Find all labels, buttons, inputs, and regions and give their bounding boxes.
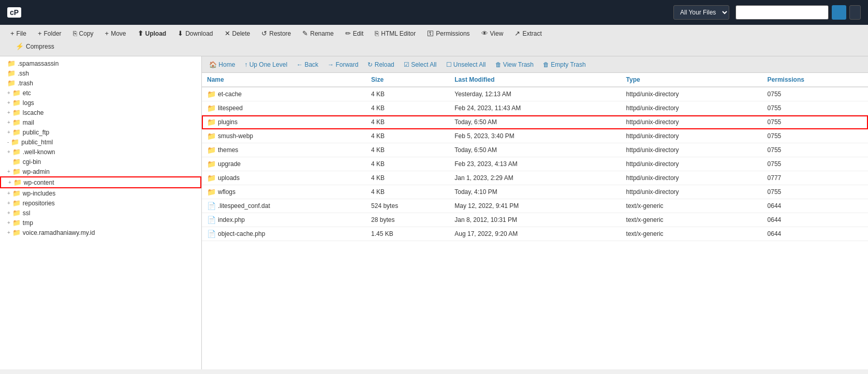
file-name: smush-webp	[218, 132, 253, 140]
sidebar-item-label: .ssh	[18, 70, 29, 77]
sidebar-item-wp-admin[interactable]: + 📁 wp-admin	[0, 167, 201, 176]
download-btn[interactable]: ⬇ Download	[172, 27, 218, 40]
col-permissions[interactable]: Permissions	[762, 73, 868, 87]
table-row[interactable]: 📁 themes 4 KB Today, 6:50 AM httpd/unix-…	[202, 143, 868, 157]
folder-icon: 📁	[207, 118, 216, 126]
file-modified: Jan 1, 2023, 2:29 AM	[449, 171, 621, 185]
sidebar-item-voice[interactable]: + 📁 voice.ramadhaniawy.my.id	[0, 228, 201, 237]
table-row[interactable]: 📄 index.php 28 bytes Jan 8, 2012, 10:31 …	[202, 213, 868, 227]
sidebar-item-tmp[interactable]: + 📁 tmp	[0, 218, 201, 228]
permissions-btn[interactable]: ⚿ Permissions	[422, 27, 475, 40]
sidebar-item-lscache[interactable]: + 📁 lscache	[0, 108, 201, 117]
folder-icon: 📁	[7, 69, 16, 77]
sidebar-item-wp-content[interactable]: + 📁 wp-content	[0, 176, 201, 188]
file-name-cell: 📁 et-cache	[202, 87, 366, 101]
file-permissions: 0644	[762, 199, 868, 213]
sidebar: 📁 .spamassassin 📁 .ssh 📁 .trash + 📁 etc …	[0, 56, 202, 369]
sidebar-item-label: ssl	[23, 210, 31, 217]
table-row[interactable]: 📄 object-cache.php 1.45 KB Aug 17, 2022,…	[202, 227, 868, 241]
col-type[interactable]: Type	[621, 73, 762, 87]
up-one-level-btn[interactable]: ↑ Up One Level	[240, 59, 291, 70]
sidebar-item-spamassassin[interactable]: 📁 .spamassassin	[0, 58, 201, 68]
restore-btn[interactable]: ↺ Restore	[256, 27, 296, 40]
sidebar-item-label: wp-content	[24, 179, 54, 186]
file-size: 4 KB	[366, 129, 449, 143]
table-row[interactable]: 📁 uploads 4 KB Jan 1, 2023, 2:29 AM http…	[202, 171, 868, 185]
view-trash-btn[interactable]: 🗑 View Trash	[491, 59, 538, 70]
unselect-all-btn[interactable]: ☐ Unselect All	[442, 59, 490, 70]
table-row[interactable]: 📁 upgrade 4 KB Feb 23, 2023, 4:13 AM htt…	[202, 157, 868, 171]
file-type: httpd/unix-directory	[621, 185, 762, 199]
folder-icon: 📁	[12, 158, 21, 166]
table-row[interactable]: 📁 litespeed 4 KB Feb 24, 2023, 11:43 AM …	[202, 101, 868, 115]
back-btn[interactable]: ← Back	[292, 59, 322, 70]
view-btn[interactable]: 👁 View	[476, 27, 509, 40]
search-scope-select[interactable]: All Your Files	[673, 5, 729, 20]
table-row[interactable]: 📁 smush-webp 4 KB Feb 5, 2023, 3:40 PM h…	[202, 129, 868, 143]
table-row[interactable]: 📁 et-cache 4 KB Yesterday, 12:13 AM http…	[202, 87, 868, 101]
new-folder-btn[interactable]: + Folder	[33, 27, 67, 40]
upload-btn[interactable]: ⬆ Upload	[133, 27, 172, 40]
main-layout: 📁 .spamassassin 📁 .ssh 📁 .trash + 📁 etc …	[0, 56, 868, 369]
move-btn[interactable]: + Move	[100, 27, 131, 40]
copy-btn[interactable]: ⎘ Copy	[68, 27, 99, 40]
go-button[interactable]	[832, 5, 846, 20]
file-modified: Feb 24, 2023, 11:43 AM	[449, 101, 621, 115]
col-modified[interactable]: Last Modified	[449, 73, 621, 87]
table-row[interactable]: 📁 wflogs 4 KB Today, 4:10 PM httpd/unix-…	[202, 185, 868, 199]
sidebar-item-well-known[interactable]: + 📁 .well-known	[0, 147, 201, 157]
settings-button[interactable]	[849, 5, 861, 20]
file-permissions: 0777	[762, 171, 868, 185]
sidebar-item-logs[interactable]: + 📁 logs	[0, 98, 201, 108]
table-row[interactable]: 📁 plugins 4 KB Today, 6:50 AM httpd/unix…	[202, 115, 868, 129]
col-name[interactable]: Name	[202, 73, 366, 87]
sidebar-item-public-html[interactable]: - 📁 public_html	[0, 137, 201, 147]
edit-btn[interactable]: ✏ Edit	[340, 27, 369, 40]
html-editor-label: HTML Editor	[381, 30, 416, 37]
file-permissions: 0755	[762, 185, 868, 199]
sidebar-item-label: .well-known	[23, 148, 55, 156]
file-name: themes	[218, 146, 238, 154]
sidebar-item-ssh[interactable]: 📁 .ssh	[0, 68, 201, 78]
new-file-btn[interactable]: + File	[5, 27, 32, 40]
sidebar-item-wp-includes[interactable]: + 📁 wp-includes	[0, 188, 201, 198]
extract-btn[interactable]: ↗ Extract	[509, 27, 547, 40]
expand-icon: -	[7, 139, 9, 145]
sidebar-item-etc[interactable]: + 📁 etc	[0, 88, 201, 98]
compress-btn[interactable]: ⚡ Compress	[10, 40, 60, 53]
file-size: 1.45 KB	[366, 227, 449, 241]
file-icon: 📄	[207, 230, 216, 238]
sidebar-item-ssl[interactable]: + 📁 ssl	[0, 208, 201, 218]
home-btn[interactable]: 🏠 Home	[205, 59, 239, 70]
select-all-btn[interactable]: ☑ Select All	[400, 59, 441, 70]
expand-icon: +	[7, 110, 10, 115]
file-modified: Today, 6:50 AM	[449, 143, 621, 157]
sidebar-item-public-ftp[interactable]: + 📁 public_ftp	[0, 127, 201, 137]
expand-icon: +	[7, 220, 10, 226]
reload-btn[interactable]: ↻ Reload	[363, 59, 398, 70]
col-size[interactable]: Size	[366, 73, 449, 87]
rename-btn[interactable]: ✎ Rename	[297, 27, 339, 40]
sidebar-item-cgi-bin[interactable]: + 📁 cgi-bin	[0, 157, 201, 167]
table-row[interactable]: 📄 .litespeed_conf.dat 524 bytes May 12, …	[202, 199, 868, 213]
file-name-cell: 📁 wflogs	[202, 185, 366, 199]
search-input[interactable]	[735, 5, 829, 20]
rename-label: Rename	[310, 30, 333, 37]
folder-icon: 📁	[207, 160, 216, 168]
file-permissions: 0644	[762, 213, 868, 227]
folder-icon: 📁	[207, 104, 216, 112]
upload-label: Upload	[145, 30, 167, 37]
edit-label: Edit	[353, 30, 364, 37]
expand-icon: +	[7, 210, 10, 216]
html-editor-btn[interactable]: ⎘ HTML Editor	[370, 27, 421, 40]
header: cP All Your Files	[0, 0, 868, 25]
sidebar-item-label: wp-admin	[23, 168, 50, 175]
sidebar-item-trash[interactable]: 📁 .trash	[0, 78, 201, 88]
sidebar-item-repositories[interactable]: + 📁 repositories	[0, 198, 201, 208]
forward-btn[interactable]: → Forward	[323, 59, 362, 70]
expand-icon: +	[7, 90, 10, 96]
expand-icon: +	[7, 100, 10, 106]
empty-trash-btn[interactable]: 🗑 Empty Trash	[539, 59, 590, 70]
sidebar-item-mail[interactable]: + 📁 mail	[0, 117, 201, 127]
delete-btn[interactable]: ✕ Delete	[219, 27, 256, 40]
